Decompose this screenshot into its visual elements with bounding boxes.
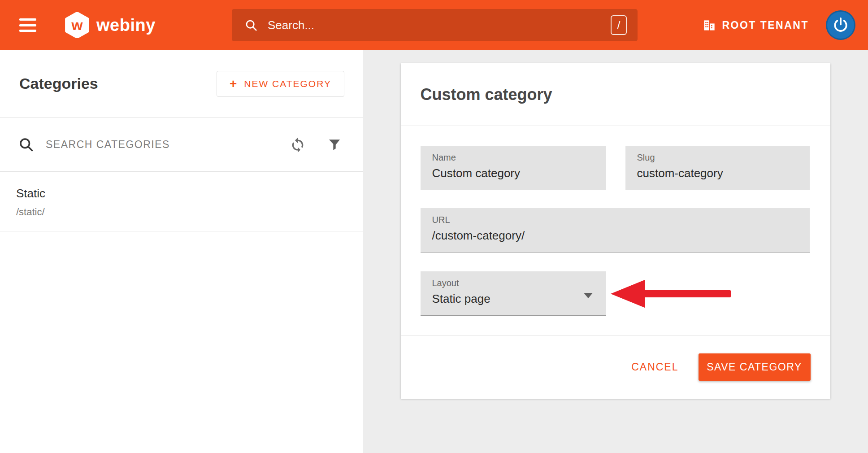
chevron-down-icon[interactable] xyxy=(584,293,593,298)
brand-wordmark: webiny xyxy=(96,16,156,35)
save-category-button[interactable]: SAVE CATEGORY xyxy=(699,353,811,381)
power-icon xyxy=(832,17,849,34)
category-list-item[interactable]: Static /static/ xyxy=(0,172,363,232)
search-icon xyxy=(244,18,258,32)
card-body: Name Slug URL Layout Static page xyxy=(401,126,830,316)
annotation-arrow-icon xyxy=(609,278,733,310)
url-field: URL xyxy=(421,208,810,253)
card-title: Custom category xyxy=(421,85,552,104)
logo-letter: w xyxy=(71,17,83,33)
name-label: Name xyxy=(432,152,597,163)
menu-icon[interactable] xyxy=(19,18,36,32)
category-url: /static/ xyxy=(16,206,345,218)
url-input[interactable] xyxy=(432,229,801,243)
shortcut-key: / xyxy=(617,19,621,31)
tenant-label: ROOT TENANT xyxy=(722,19,809,31)
cancel-button[interactable]: CANCEL xyxy=(631,361,678,373)
topbar: w webiny / ROOT TENANT xyxy=(0,0,868,50)
topbar-right: ROOT TENANT xyxy=(703,10,868,40)
layout-select[interactable]: Layout Static page xyxy=(421,271,606,316)
categories-search-input[interactable] xyxy=(46,139,290,151)
categories-header: Categories + NEW CATEGORY xyxy=(0,50,363,118)
global-search[interactable]: / xyxy=(232,9,638,41)
user-avatar[interactable] xyxy=(826,10,855,40)
categories-search-row xyxy=(0,118,363,172)
layout-label: Layout xyxy=(432,278,597,288)
search-icon xyxy=(18,136,34,152)
filter-icon xyxy=(327,137,342,152)
card-footer: CANCEL SAVE CATEGORY xyxy=(401,335,830,399)
name-field: Name xyxy=(421,146,606,190)
filter-button[interactable] xyxy=(327,137,342,152)
tenant-selector[interactable]: ROOT TENANT xyxy=(703,19,809,31)
webiny-logo-icon: w xyxy=(64,12,90,38)
building-icon xyxy=(703,19,716,31)
slug-field: Slug xyxy=(625,146,810,190)
page-title: Categories xyxy=(19,75,98,92)
shortcut-key-badge: / xyxy=(611,15,627,35)
url-label: URL xyxy=(432,215,801,225)
plus-icon: + xyxy=(230,79,238,88)
layout-row: Layout Static page xyxy=(421,271,810,316)
details-area: Custom category Name Slug URL xyxy=(363,50,868,453)
category-name: Static xyxy=(16,187,345,200)
card-header: Custom category xyxy=(401,63,830,126)
name-input[interactable] xyxy=(432,166,597,180)
name-slug-row: Name Slug xyxy=(421,146,810,190)
new-category-button[interactable]: + NEW CATEGORY xyxy=(217,71,344,97)
categories-panel: Categories + NEW CATEGORY xyxy=(0,50,363,453)
list-tools xyxy=(290,136,342,152)
slug-input[interactable] xyxy=(637,166,801,180)
new-category-label: NEW CATEGORY xyxy=(244,78,331,89)
refresh-icon xyxy=(290,136,306,152)
main-area: Categories + NEW CATEGORY xyxy=(0,50,868,453)
webiny-logo[interactable]: w webiny xyxy=(64,12,156,38)
category-form-card: Custom category Name Slug URL xyxy=(401,63,830,399)
global-search-input[interactable] xyxy=(268,18,611,32)
refresh-button[interactable] xyxy=(290,136,306,152)
slug-label: Slug xyxy=(637,152,801,163)
layout-selected-value: Static page xyxy=(432,292,597,306)
